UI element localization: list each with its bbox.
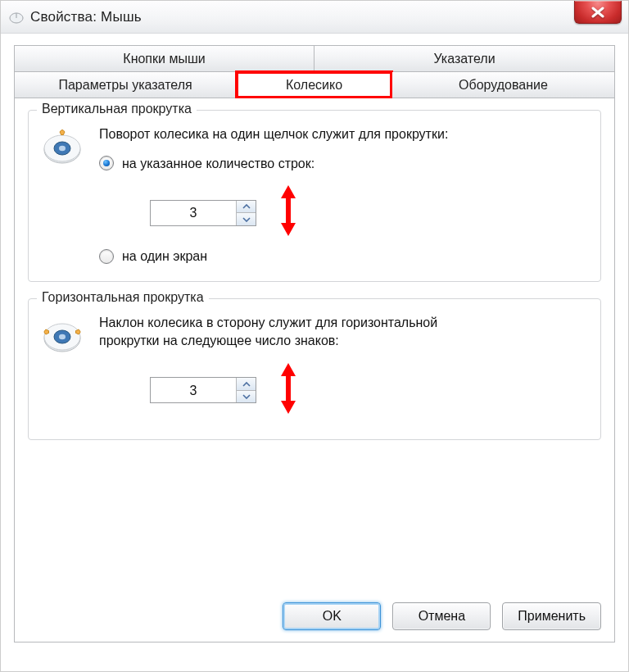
window-title: Свойства: Мышь — [30, 9, 142, 25]
mouse-icon — [7, 10, 25, 25]
tab-mouse-buttons[interactable]: Кнопки мыши — [15, 46, 314, 72]
chars-value[interactable]: 3 — [151, 378, 236, 402]
annotation-arrow-icon — [276, 361, 301, 420]
ok-button[interactable]: OK — [283, 602, 381, 630]
tab-label: Кнопки мыши — [123, 52, 205, 66]
spinner-up[interactable] — [237, 201, 256, 214]
tab-row-2: Параметры указателя Колесико Оборудовани… — [14, 72, 615, 98]
chars-spinner[interactable]: 3 — [150, 377, 256, 403]
lines-value[interactable]: 3 — [151, 201, 236, 225]
radio-label: на один экран — [122, 247, 207, 266]
titlebar: Свойства: Мышь — [1, 1, 628, 34]
spinner-up[interactable] — [237, 378, 256, 391]
tab-label: Оборудование — [459, 78, 548, 93]
apply-button[interactable]: Применить — [502, 602, 601, 630]
radio-screen[interactable]: на один экран — [99, 247, 589, 266]
svg-point-5 — [59, 146, 66, 151]
tab-pointers[interactable]: Указатели — [314, 46, 614, 72]
horizontal-desc: Наклон колесика в сторону служит для гор… — [99, 314, 443, 349]
lines-spinner[interactable]: 3 — [150, 200, 256, 226]
button-label: Отмена — [419, 609, 465, 624]
tab-label: Колесико — [286, 78, 342, 93]
group-vertical-scroll: Вертикальная прокрутка Поворот колесика … — [28, 110, 601, 282]
tab-hardware[interactable]: Оборудование — [392, 72, 614, 98]
cancel-button[interactable]: Отмена — [392, 602, 491, 630]
radio-lines[interactable]: на указанное количество строк: — [99, 155, 589, 173]
annotation-arrow-icon — [276, 184, 301, 243]
wheel-horizontal-icon — [40, 314, 84, 358]
svg-point-9 — [59, 334, 66, 339]
button-label: Применить — [518, 609, 586, 624]
radio-icon — [99, 156, 114, 170]
dialog-footer: OK Отмена Применить — [15, 602, 614, 630]
radio-label: на указанное количество строк: — [122, 155, 314, 173]
group-legend: Вертикальная прокрутка — [37, 102, 197, 116]
tab-label: Параметры указателя — [58, 78, 192, 93]
tab-panel: Вертикальная прокрутка Поворот колесика … — [14, 98, 615, 642]
spinner-down[interactable] — [237, 213, 256, 225]
group-legend: Горизонтальная прокрутка — [37, 290, 209, 305]
tab-pointer-options[interactable]: Параметры указателя — [15, 72, 237, 98]
wheel-vertical-icon — [40, 125, 84, 170]
tab-row-1: Кнопки мыши Указатели — [14, 45, 615, 72]
close-button[interactable] — [574, 1, 622, 24]
radio-icon — [99, 249, 114, 264]
tab-label: Указатели — [433, 52, 495, 66]
spinner-down[interactable] — [237, 391, 256, 403]
group-horizontal-scroll: Горизонтальная прокрутка Наклон колесика… — [28, 298, 601, 440]
vertical-desc: Поворот колесика на один щелчок служит д… — [99, 125, 589, 143]
button-label: OK — [323, 609, 342, 624]
tab-wheel[interactable]: Колесико — [237, 72, 392, 98]
